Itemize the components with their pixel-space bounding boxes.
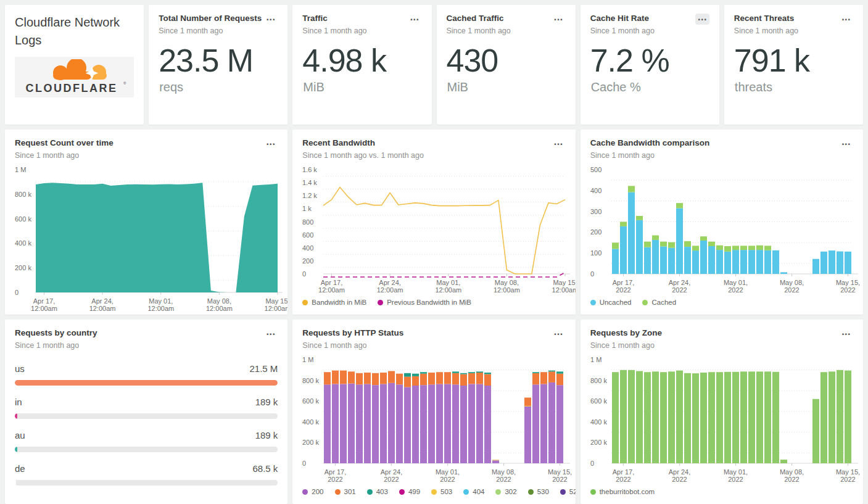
country-value: 189 k xyxy=(255,430,278,440)
request-count-chart[interactable]: 1 M800 k600 k400 k200 k0Apr 17,12:00amAp… xyxy=(15,163,283,315)
chart-title: Recent Bandwidth xyxy=(302,138,424,149)
stat-subtitle: Since 1 month ago xyxy=(590,27,655,35)
country-row: in189 k xyxy=(15,397,278,419)
chart-card-requests-by-zone: Requests by Zone Since 1 month ago ... 1… xyxy=(581,320,863,504)
svg-text:May 08,: May 08, xyxy=(207,297,231,305)
svg-text:2022: 2022 xyxy=(384,476,399,483)
country-label: in xyxy=(15,397,22,407)
stat-title: Cached Traffic xyxy=(447,14,511,24)
svg-text:800 k: 800 k xyxy=(590,376,607,384)
country-label: us xyxy=(15,363,25,374)
legend-item[interactable]: Previous Bandwidth in MiB xyxy=(378,299,471,306)
stat-value: 791 k xyxy=(734,44,863,78)
country-bar-fill xyxy=(15,447,17,452)
legend-item[interactable]: 503 xyxy=(431,488,452,495)
svg-text:Apr 24,: Apr 24, xyxy=(379,279,401,286)
card-menu-button[interactable]: ... xyxy=(408,14,422,25)
card-menu-button[interactable]: ... xyxy=(263,14,278,25)
svg-text:12:00am: 12:00am xyxy=(377,286,403,294)
svg-text:May 15,: May 15, xyxy=(553,279,576,286)
country-label: au xyxy=(15,430,25,440)
legend-item[interactable]: 530 xyxy=(528,488,549,495)
cache-bandwidth-chart[interactable]: 5004003002001000Apr 17,2022Apr 24,2022Ma… xyxy=(590,163,858,296)
country-value: 189 k xyxy=(255,397,278,407)
legend-label: 403 xyxy=(376,488,388,495)
legend-dot-icon xyxy=(495,489,501,495)
svg-text:May 01,: May 01, xyxy=(724,279,748,286)
card-menu-button[interactable]: ... xyxy=(552,328,566,339)
svg-text:1.4 k: 1.4 k xyxy=(302,179,317,186)
legend-item[interactable]: 403 xyxy=(367,488,388,495)
stat-subtitle: Since 1 month ago xyxy=(734,27,798,35)
svg-text:2022: 2022 xyxy=(440,476,455,483)
card-menu-button[interactable]: ... xyxy=(263,138,278,149)
svg-text:1.6 k: 1.6 k xyxy=(302,166,317,173)
svg-text:500: 500 xyxy=(590,166,601,173)
country-row-header: in189 k xyxy=(15,397,278,407)
legend-item[interactable]: Uncached xyxy=(590,299,632,306)
legend-item[interactable]: 526 xyxy=(560,488,576,495)
svg-text:12:00am: 12:00am xyxy=(318,286,345,294)
card-menu-button[interactable]: ... xyxy=(839,14,853,25)
cloudflare-cloud-icon xyxy=(53,59,107,80)
svg-text:400 k: 400 k xyxy=(590,418,607,426)
country-row-header: us21.5 M xyxy=(15,363,278,374)
legend-item[interactable]: 404 xyxy=(463,488,484,495)
http-status-chart[interactable]: 1 M800 k600 k400 k200 k0Apr 17,2022Apr 2… xyxy=(302,353,570,485)
legend-dot-icon xyxy=(642,300,648,305)
svg-text:800 k: 800 k xyxy=(302,376,319,384)
request-count-over-time-plot: 1 M800 k600 k400 k200 k0Apr 17,12:00amAp… xyxy=(15,163,283,315)
legend-label: 503 xyxy=(440,488,452,495)
card-menu-button[interactable]: ... xyxy=(263,328,278,339)
recent-bandwidth-legend: Bandwidth in MiBPrevious Bandwidth in Mi… xyxy=(292,296,575,315)
legend-dot-icon xyxy=(528,489,534,495)
stat-subtitle: Since 1 month ago xyxy=(447,27,511,35)
stat-unit: MiB xyxy=(447,80,576,94)
legend-label: theburritobot.com xyxy=(600,488,655,495)
card-menu-button[interactable]: ... xyxy=(552,14,566,25)
legend-dot-icon xyxy=(399,489,405,495)
legend-dot-icon xyxy=(367,489,373,495)
svg-text:May 01,: May 01, xyxy=(149,297,173,305)
card-menu-button[interactable]: ... xyxy=(552,138,566,149)
card-menu-button[interactable]: ... xyxy=(839,328,853,339)
svg-text:0: 0 xyxy=(302,460,306,467)
stat-unit: reqs xyxy=(159,80,287,94)
country-row: de68.5 k xyxy=(15,463,278,485)
legend-label: Cached xyxy=(651,299,676,306)
legend-item[interactable]: 200 xyxy=(302,488,323,495)
brand-card: Cloudflare Network Logs CLOUDFLARE ® xyxy=(5,5,144,125)
stat-unit: Cache % xyxy=(591,80,719,94)
legend-item[interactable]: theburritobot.com xyxy=(590,488,655,495)
legend-label: 200 xyxy=(312,488,323,495)
chart-title: Requests by HTTP Status xyxy=(302,328,403,339)
svg-text:800: 800 xyxy=(302,218,313,225)
recent-bandwidth-chart[interactable]: 1.6 k1.4 k1.2 k1 k8006004002000Apr 17,12… xyxy=(302,163,570,296)
svg-text:12:00am: 12:00am xyxy=(265,305,288,312)
stat-card-traffic: Traffic Since 1 month ago ... 4.98 k MiB xyxy=(292,5,431,125)
country-bar-track xyxy=(15,413,278,419)
legend-item[interactable]: 301 xyxy=(335,488,356,495)
requests-by-zone-chart[interactable]: 1 M800 k600 k400 k200 k0Apr 17,2022Apr 2… xyxy=(590,353,858,485)
chart-card-request-count: Request Count over time Since 1 month ag… xyxy=(5,130,287,315)
stats-row: Cloudflare Network Logs CLOUDFLARE ® xyxy=(5,5,863,125)
svg-text:2022: 2022 xyxy=(672,286,687,294)
stat-card-recent-threats: Recent Threats Since 1 month ago ... 791… xyxy=(724,5,863,125)
country-row: au189 k xyxy=(15,430,278,452)
legend-item[interactable]: Bandwidth in MiB xyxy=(302,299,366,306)
legend-dot-icon xyxy=(463,489,469,495)
svg-text:12:00am: 12:00am xyxy=(206,305,233,312)
recent-bandwidth-plot: 1.6 k1.4 k1.2 k1 k8006004002000Apr 17,12… xyxy=(302,163,570,296)
legend-item[interactable]: Cached xyxy=(642,299,676,306)
stat-title: Total Number of Requests xyxy=(159,14,262,24)
svg-text:100: 100 xyxy=(590,249,601,257)
country-value: 68.5 k xyxy=(252,463,278,474)
legend-item[interactable]: 499 xyxy=(399,488,420,495)
svg-text:2022: 2022 xyxy=(840,286,855,294)
card-menu-button[interactable]: ... xyxy=(839,138,853,149)
country-bar-fill xyxy=(15,413,17,419)
card-menu-button[interactable]: ... xyxy=(695,14,709,25)
svg-text:600 k: 600 k xyxy=(15,215,31,222)
chart-subtitle: Since 1 month ago xyxy=(590,341,662,350)
legend-item[interactable]: 302 xyxy=(495,488,516,495)
